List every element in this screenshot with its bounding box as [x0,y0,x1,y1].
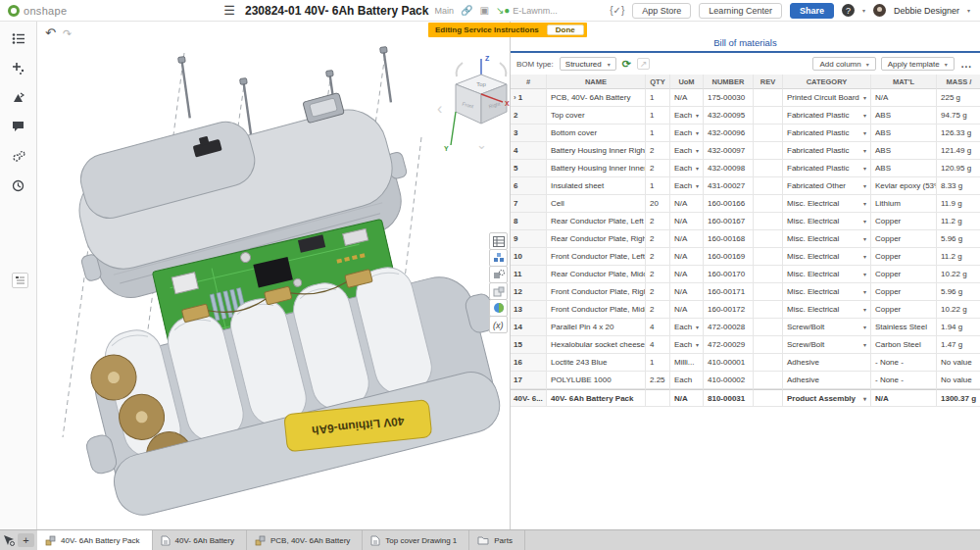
uom-dropdown-caret-icon[interactable]: ▾ [696,147,699,154]
cell-number[interactable]: 160-00171 [704,283,754,301]
cell-uom[interactable]: Each▾ [670,142,704,160]
expand-row-icon[interactable]: › [514,93,516,102]
cell-qty[interactable]: 4 [646,319,670,336]
cell-name[interactable]: Rear Conductor Plate, Middle [547,266,646,283]
cell-name[interactable]: PCB, 40V- 6Ah Battery [547,89,646,107]
cell-rev[interactable] [754,266,783,283]
cell-rev[interactable] [754,389,783,407]
cell-qty[interactable]: 2 [646,213,670,230]
cell-number[interactable]: 160-00167 [704,213,754,230]
cell-qty[interactable]: 4 [646,336,670,354]
cell-material[interactable]: Carbon Steel [871,336,937,354]
cell-qty[interactable] [646,389,670,407]
bom-total-row[interactable]: 40V- 6...40V- 6Ah Battery PackN/A810-000… [511,389,980,407]
cell-name[interactable]: Battery Housing Inner Right [547,142,646,160]
add-tab-button[interactable]: + [18,533,34,547]
cell-uom[interactable]: Each▾ [670,177,704,195]
column-header[interactable]: QTY [646,75,670,89]
cell-uom[interactable]: N/A [670,283,704,301]
cell-number[interactable]: 472-00029 [704,336,754,354]
cell-rev[interactable] [754,177,783,195]
sidebar-configurations-icon[interactable] [9,147,28,165]
cell-name[interactable]: Cell [547,195,646,213]
column-header[interactable]: NAME [547,75,646,89]
category-dropdown-caret-icon[interactable]: ▾ [863,165,866,172]
cell-qty[interactable]: 2 [646,283,670,301]
cell-qty[interactable]: 2 [646,142,670,160]
cell-qty[interactable]: 1 [646,177,670,195]
cell-number[interactable]: 432-00095 [704,107,754,125]
cell-category[interactable]: Misc. Electrical▾ [783,283,871,301]
user-name[interactable]: Debbie Designer [894,6,959,16]
uom-dropdown-caret-icon[interactable]: ▾ [696,165,699,172]
cell-category[interactable]: Misc. Electrical▾ [783,195,871,213]
category-dropdown-caret-icon[interactable]: ▾ [863,94,866,101]
cell-material[interactable]: Kevlar epoxy (53%) [871,177,937,195]
cell-name[interactable]: Insulated sheet [547,177,646,195]
bom-row[interactable]: 2Top cover1Each▾432-00095Fabricated Plas… [511,107,980,125]
variables-icon[interactable]: (x) [489,316,508,333]
cell-uom[interactable]: N/A [670,301,704,319]
category-dropdown-caret-icon[interactable]: ▾ [863,218,866,225]
cell-rev[interactable] [754,301,783,319]
cell-category[interactable]: Product Assembly▾ [783,389,871,407]
cell-material[interactable]: ABS [871,160,937,177]
category-dropdown-caret-icon[interactable]: ▾ [863,253,866,260]
cell-qty[interactable]: 2 [646,301,670,319]
apply-template-button[interactable]: Apply template ▾ [881,57,955,71]
uom-dropdown-caret-icon[interactable]: ▾ [696,324,699,330]
cell-uom[interactable]: N/A [670,195,704,213]
cell-rev[interactable] [754,319,783,336]
cell-category[interactable]: Fabricated Other▾ [783,177,871,195]
exploded-views-icon[interactable] [489,249,508,267]
cell-category[interactable]: Misc. Electrical▾ [783,266,871,283]
cell-qty[interactable]: 1 [646,354,670,372]
category-dropdown-caret-icon[interactable]: ▾ [863,306,866,313]
cell-name[interactable]: Loctite 243 Blue [547,354,646,372]
cell-rev[interactable] [754,372,783,389]
bom-row[interactable]: 6Insulated sheet1Each▾431-00027Fabricate… [511,177,980,195]
exploded-assembly-model[interactable]: 40V Lithium-6Ah [37,22,510,529]
cell-rev[interactable] [754,354,783,372]
workspace-name[interactable]: Main [434,6,454,16]
bom-row[interactable]: 10Front Conductor Plate, Left2N/A160-001… [511,248,980,266]
bom-row[interactable]: 17POLYLUBE 10002.25Each410-00002Adhesive… [511,372,980,389]
bom-row[interactable]: 5Battery Housing Inner Inner L...2Each▾4… [511,160,980,177]
column-header[interactable]: NUMBER [704,75,754,89]
cell-number[interactable]: 410-00002 [704,372,754,389]
cell-number[interactable]: 160-00169 [704,248,754,266]
category-dropdown-caret-icon[interactable]: ▾ [863,182,866,189]
category-dropdown-caret-icon[interactable]: ▾ [863,271,866,277]
cell-rev[interactable] [754,195,783,213]
uom-dropdown-caret-icon[interactable]: ▾ [696,129,699,136]
cell-uom[interactable]: Milli... [670,354,704,372]
cell-uom[interactable]: N/A [670,230,704,248]
cell-material[interactable]: Copper [871,266,937,283]
help-caret-icon[interactable]: ▾ [862,7,865,14]
cell-name[interactable]: Top cover [547,107,646,125]
bom-row[interactable]: 15Hexalobular socket cheese he...4Each▾4… [511,336,980,354]
bom-row[interactable]: 13Front Conductor Plate, Middle2N/A160-0… [511,301,980,319]
cell-uom[interactable]: Each [670,372,704,389]
cell-category[interactable]: Fabricated Plastic▾ [783,125,871,142]
cell-rev[interactable] [754,283,783,301]
bom-row[interactable]: 7Cell20N/A160-00166Misc. Electrical▾Lith… [511,195,980,213]
cell-rev[interactable] [754,160,783,177]
bom-row[interactable]: 11Rear Conductor Plate, Middle2N/A160-00… [511,266,980,283]
named-positions-icon[interactable] [489,266,508,283]
cell-category[interactable]: Misc. Electrical▾ [783,213,871,230]
cell-rev[interactable] [754,336,783,354]
category-dropdown-caret-icon[interactable]: ▾ [863,341,866,348]
onshape-logo[interactable]: onshape [0,5,67,17]
document-tab[interactable]: Top cover Drawing 1 [363,530,469,550]
cell-uom[interactable]: N/A [670,213,704,230]
link-icon[interactable]: 🔗 [461,5,472,16]
featurescript-icon[interactable]: {✓} [610,5,624,16]
app-store-button[interactable]: App Store [632,3,691,19]
cell-category[interactable]: Misc. Electrical▾ [783,301,871,319]
share-button[interactable]: Share [790,3,834,19]
cell-category[interactable]: Fabricated Plastic▾ [783,107,871,125]
learning-center-button[interactable]: Learning Center [699,3,782,19]
bom-row[interactable]: 12Front Conductor Plate, Right2N/A160-00… [511,283,980,301]
bom-row[interactable]: 14Parallel Pin 4 x 204Each▾472-00028Scre… [511,319,980,336]
